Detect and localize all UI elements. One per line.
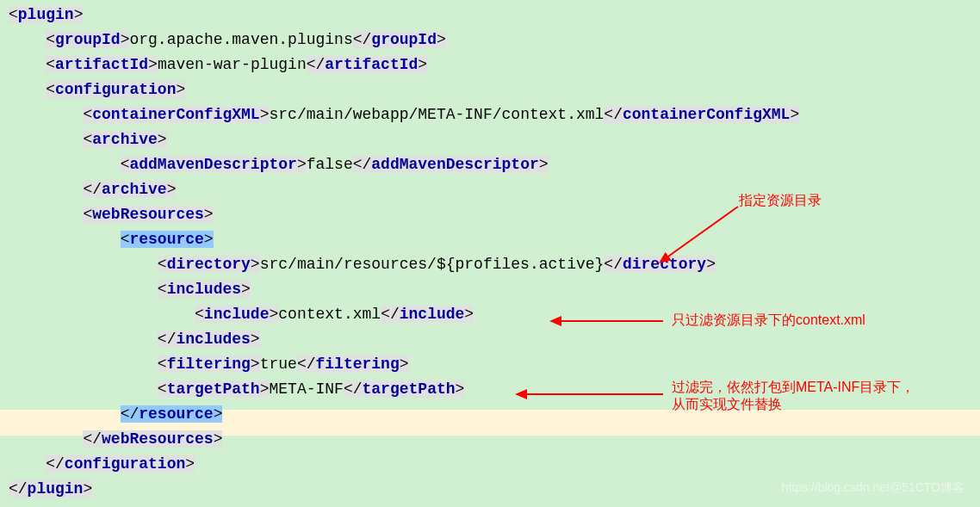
tag-filtering: filtering bbox=[167, 356, 251, 373]
code-line: </includes> bbox=[9, 327, 971, 352]
code-line: <addMavenDescriptor>false</addMavenDescr… bbox=[9, 152, 971, 177]
code-line: <plugin> bbox=[9, 3, 971, 28]
tag-configuration-close: configuration bbox=[65, 455, 185, 473]
annotation-targetpath-l1: 过滤完，依然打包到META-INF目录下， bbox=[672, 380, 915, 394]
code-line: </configuration> bbox=[9, 452, 971, 477]
tag-plugin-open: plugin bbox=[18, 6, 74, 23]
tag-addmaven-close: addMavenDescriptor bbox=[371, 156, 538, 173]
tag-includes-close: includes bbox=[176, 331, 250, 348]
tag-containerconfig-close: containerConfigXML bbox=[623, 106, 790, 123]
tag-webresources: webResources bbox=[92, 206, 204, 223]
tag-archive-close: archive bbox=[102, 181, 167, 198]
arrow-icon bbox=[517, 387, 672, 405]
tag-directory: directory bbox=[167, 256, 251, 273]
code-line: <includes> bbox=[9, 277, 971, 302]
code-line: <archive> bbox=[9, 127, 971, 152]
code-line: <artifactId>maven-war-plugin</artifactId… bbox=[9, 53, 971, 77]
code-line: <groupId>org.apache.maven.plugins</group… bbox=[9, 28, 971, 53]
tag-addmaven: addMavenDescriptor bbox=[129, 156, 296, 173]
code-line: </webResources> bbox=[9, 427, 971, 452]
tag-configuration: configuration bbox=[55, 81, 176, 98]
tag-include: include bbox=[204, 306, 270, 323]
tag-groupid: groupId bbox=[55, 31, 121, 48]
tag-includes: includes bbox=[167, 281, 241, 298]
arrow-icon bbox=[659, 205, 745, 265]
tag-webresources-close: webResources bbox=[102, 430, 214, 448]
val-filtering: true bbox=[260, 356, 297, 373]
tag-containerconfig: containerConfigXML bbox=[92, 106, 259, 123]
code-line: <resource> bbox=[9, 227, 971, 252]
val-directory: src/main/resources/${profiles.active} bbox=[260, 256, 605, 273]
val-include: context.xml bbox=[278, 306, 381, 323]
code-line: <filtering>true</filtering> bbox=[9, 352, 971, 377]
watermark: https://blog.csdn.net@51CTO博客 bbox=[782, 475, 964, 500]
annotation-targetpath: 过滤完，依然打包到META-INF目录下， 从而实现文件替换 bbox=[672, 379, 915, 413]
code-line: <directory>src/main/resources/${profiles… bbox=[9, 252, 971, 277]
val-artifactid: maven-war-plugin bbox=[158, 56, 307, 73]
tag-artifactid: artifactId bbox=[55, 56, 148, 73]
code-block: <plugin> <groupId>org.apache.maven.plugi… bbox=[0, 0, 980, 504]
val-containerconfig: src/main/webapp/META-INF/context.xml bbox=[269, 106, 604, 123]
tag-artifactid-close: artifactId bbox=[325, 56, 418, 73]
code-line: <webResources> bbox=[9, 202, 971, 227]
val-addmaven: false bbox=[307, 156, 353, 173]
tag-targetpath-close: targetPath bbox=[363, 380, 456, 398]
code-line: <containerConfigXML>src/main/webapp/META… bbox=[9, 102, 971, 127]
val-targetpath: META-INF bbox=[269, 380, 343, 398]
tag-filtering-close: filtering bbox=[316, 356, 400, 373]
tag-targetpath: targetPath bbox=[167, 380, 260, 398]
val-groupid: org.apache.maven.plugins bbox=[129, 31, 352, 48]
tag-archive: archive bbox=[92, 131, 158, 148]
svg-line-0 bbox=[666, 207, 738, 258]
code-line: </archive> bbox=[9, 177, 971, 202]
annotation-directory: 指定资源目录 bbox=[739, 192, 822, 209]
tag-include-close: include bbox=[400, 306, 465, 323]
arrow-icon bbox=[551, 314, 672, 331]
code-line: <configuration> bbox=[9, 77, 971, 102]
tag-resource-close: resource bbox=[139, 405, 213, 423]
annotation-targetpath-l2: 从而实现文件替换 bbox=[672, 397, 782, 411]
tag-resource: resource bbox=[129, 231, 203, 248]
tag-plugin-close: plugin bbox=[28, 480, 84, 498]
tag-groupid-close: groupId bbox=[371, 31, 437, 48]
annotation-include: 只过滤资源目录下的context.xml bbox=[672, 312, 865, 329]
